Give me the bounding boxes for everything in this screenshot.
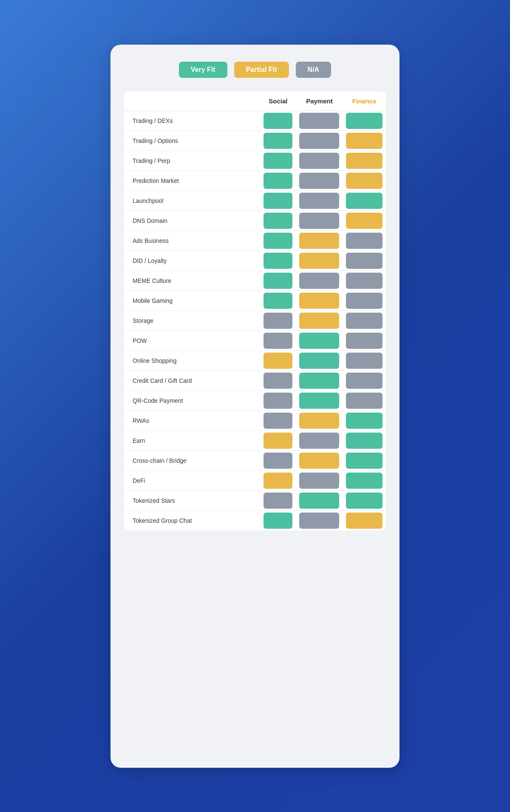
cell-payment bbox=[296, 430, 343, 450]
row-label: Credit Card / Gift Card bbox=[124, 370, 260, 390]
cell-social bbox=[260, 350, 296, 370]
cell-finance bbox=[343, 131, 386, 151]
cell-finance bbox=[343, 430, 386, 450]
row-label: POW bbox=[124, 330, 260, 350]
row-label: Tokenized Stars bbox=[124, 490, 260, 510]
cell-payment bbox=[296, 191, 343, 211]
row-label: DeFi bbox=[124, 470, 260, 490]
cell-finance bbox=[343, 151, 386, 171]
legend-partial-fit: Partial Fit bbox=[234, 62, 289, 78]
legend: Very Fit Partial Fit N/A bbox=[124, 62, 386, 78]
cell-payment bbox=[296, 330, 343, 350]
table-row: Cross-chain / Bridge bbox=[124, 450, 386, 470]
cell-social bbox=[260, 490, 296, 510]
cell-payment bbox=[296, 311, 343, 330]
header-finance: Finance bbox=[343, 91, 386, 111]
table-row: QR-Code Payment bbox=[124, 390, 386, 410]
cell-social bbox=[260, 330, 296, 350]
table-row: POW bbox=[124, 330, 386, 350]
row-label: Mobile Gaming bbox=[124, 291, 260, 311]
cell-payment bbox=[296, 410, 343, 430]
row-label: DID / Loyalty bbox=[124, 251, 260, 271]
cell-finance bbox=[343, 510, 386, 530]
table-row: Trading / DEXs bbox=[124, 111, 386, 131]
cell-finance bbox=[343, 390, 386, 410]
table-row: RWAs bbox=[124, 410, 386, 430]
table-row: Trading / Perp bbox=[124, 151, 386, 171]
row-label: RWAs bbox=[124, 410, 260, 430]
cell-finance bbox=[343, 271, 386, 291]
table-row: MEME Culture bbox=[124, 271, 386, 291]
cell-payment bbox=[296, 231, 343, 251]
table-row: Launchpool bbox=[124, 191, 386, 211]
cell-social bbox=[260, 370, 296, 390]
cell-payment bbox=[296, 490, 343, 510]
cell-payment bbox=[296, 251, 343, 271]
main-card: Very Fit Partial Fit N/A Social Payment … bbox=[110, 45, 400, 768]
table-container: Social Payment Finance Trading / DEXsTra… bbox=[124, 91, 386, 530]
cell-social bbox=[260, 430, 296, 450]
cell-payment bbox=[296, 291, 343, 311]
table-row: Earn bbox=[124, 430, 386, 450]
header-category bbox=[124, 91, 260, 111]
cell-social bbox=[260, 171, 296, 191]
row-label: Tokenized Group Chat bbox=[124, 510, 260, 530]
cell-social bbox=[260, 251, 296, 271]
cell-finance bbox=[343, 111, 386, 131]
cell-finance bbox=[343, 191, 386, 211]
cell-finance bbox=[343, 330, 386, 350]
cell-payment bbox=[296, 350, 343, 370]
cell-finance bbox=[343, 490, 386, 510]
legend-very-fit: Very Fit bbox=[179, 62, 227, 78]
table-row: Ads Business bbox=[124, 231, 386, 251]
cell-social bbox=[260, 510, 296, 530]
table-row: Prediction Market bbox=[124, 171, 386, 191]
cell-social bbox=[260, 311, 296, 330]
cell-finance bbox=[343, 251, 386, 271]
cell-finance bbox=[343, 410, 386, 430]
cell-finance bbox=[343, 211, 386, 231]
fit-table: Social Payment Finance Trading / DEXsTra… bbox=[124, 91, 386, 530]
row-label: Launchpool bbox=[124, 191, 260, 211]
cell-social bbox=[260, 450, 296, 470]
cell-finance bbox=[343, 370, 386, 390]
table-row: DID / Loyalty bbox=[124, 251, 386, 271]
cell-social bbox=[260, 131, 296, 151]
cell-social bbox=[260, 191, 296, 211]
cell-payment bbox=[296, 131, 343, 151]
row-label: Earn bbox=[124, 430, 260, 450]
cell-finance bbox=[343, 171, 386, 191]
row-label: Trading / DEXs bbox=[124, 111, 260, 131]
cell-finance bbox=[343, 291, 386, 311]
table-header-row: Social Payment Finance bbox=[124, 91, 386, 111]
cell-payment bbox=[296, 211, 343, 231]
header-payment: Payment bbox=[296, 91, 343, 111]
table-row: DNS Domain bbox=[124, 211, 386, 231]
cell-payment bbox=[296, 271, 343, 291]
table-row: DeFi bbox=[124, 470, 386, 490]
row-label: Trading / Perp bbox=[124, 151, 260, 171]
cell-social bbox=[260, 410, 296, 430]
row-label: MEME Culture bbox=[124, 271, 260, 291]
cell-payment bbox=[296, 450, 343, 470]
cell-finance bbox=[343, 450, 386, 470]
table-row: Tokenized Group Chat bbox=[124, 510, 386, 530]
table-row: Storage bbox=[124, 311, 386, 330]
cell-finance bbox=[343, 231, 386, 251]
cell-payment bbox=[296, 171, 343, 191]
cell-payment bbox=[296, 151, 343, 171]
row-label: DNS Domain bbox=[124, 211, 260, 231]
table-row: Trading / Options bbox=[124, 131, 386, 151]
cell-social bbox=[260, 470, 296, 490]
table-row: Tokenized Stars bbox=[124, 490, 386, 510]
cell-finance bbox=[343, 311, 386, 330]
cell-payment bbox=[296, 370, 343, 390]
row-label: Storage bbox=[124, 311, 260, 330]
cell-finance bbox=[343, 350, 386, 370]
row-label: QR-Code Payment bbox=[124, 390, 260, 410]
row-label: Online Shopping bbox=[124, 350, 260, 370]
row-label: Ads Business bbox=[124, 231, 260, 251]
cell-social bbox=[260, 291, 296, 311]
cell-social bbox=[260, 231, 296, 251]
row-label: Cross-chain / Bridge bbox=[124, 450, 260, 470]
